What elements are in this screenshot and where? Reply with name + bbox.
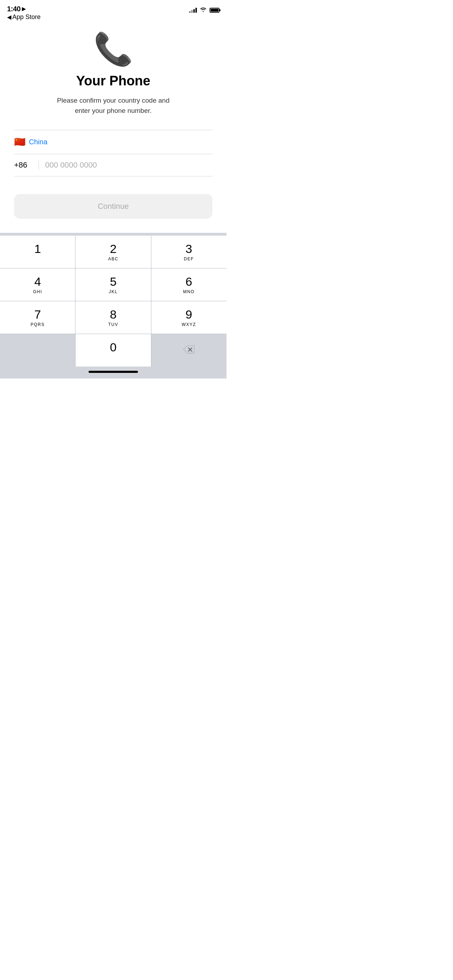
key-5-letters: JKL bbox=[109, 289, 118, 294]
status-bar: 1:40 ▶ ◀ App Store bbox=[0, 0, 227, 19]
key-3[interactable]: 3 DEF bbox=[151, 235, 227, 268]
key-5[interactable]: 5 JKL bbox=[75, 269, 151, 301]
country-selector[interactable]: 🇨🇳 China bbox=[14, 130, 212, 154]
status-time: 1:40 ▶ bbox=[7, 5, 41, 13]
key-9-letters: WXYZ bbox=[182, 322, 196, 327]
phone-illustration: 📞 bbox=[94, 33, 133, 65]
page-title: Your Phone bbox=[76, 73, 150, 89]
key-0-number: 0 bbox=[110, 341, 117, 354]
battery-fill bbox=[211, 9, 218, 12]
keyboard-grid: 1 2 ABC 3 DEF 4 GHI 5 JKL 6 MNO 7 PQRS bbox=[0, 235, 227, 366]
wifi-icon bbox=[200, 7, 207, 13]
key-0[interactable]: 0 bbox=[75, 334, 151, 366]
home-indicator bbox=[0, 366, 227, 379]
delete-icon bbox=[183, 345, 195, 356]
bottom-divider bbox=[14, 176, 212, 177]
key-8[interactable]: 8 TUV bbox=[75, 301, 151, 334]
phone-input-row: +86 bbox=[14, 154, 212, 176]
home-bar bbox=[89, 371, 138, 373]
key-2[interactable]: 2 ABC bbox=[75, 235, 151, 268]
key-0-letters bbox=[113, 355, 114, 360]
key-1[interactable]: 1 bbox=[0, 235, 75, 268]
time-label: 1:40 bbox=[7, 5, 21, 13]
page-subtitle: Please confirm your country code and ent… bbox=[53, 95, 173, 116]
key-4-number: 4 bbox=[34, 275, 41, 288]
key-8-number: 8 bbox=[110, 308, 117, 321]
key-4-letters: GHI bbox=[33, 289, 42, 294]
signal-bars-icon bbox=[189, 8, 197, 13]
key-7-number: 7 bbox=[34, 308, 41, 321]
key-8-letters: TUV bbox=[108, 322, 119, 327]
key-4[interactable]: 4 GHI bbox=[0, 269, 75, 301]
back-label: App Store bbox=[12, 13, 41, 21]
battery-icon bbox=[210, 8, 219, 13]
app-store-back-button[interactable]: ◀ App Store bbox=[7, 13, 41, 21]
country-code-label: +86 bbox=[14, 161, 39, 170]
key-delete[interactable] bbox=[151, 334, 227, 366]
key-3-letters: DEF bbox=[184, 256, 194, 261]
key-empty bbox=[0, 334, 75, 366]
key-3-number: 3 bbox=[186, 242, 192, 255]
key-6-letters: MNO bbox=[183, 289, 195, 294]
main-content: 📞 Your Phone Please confirm your country… bbox=[0, 19, 227, 219]
key-6-number: 6 bbox=[186, 275, 192, 288]
key-2-letters: ABC bbox=[108, 256, 118, 261]
key-6[interactable]: 6 MNO bbox=[151, 269, 227, 301]
numeric-keyboard: 1 2 ABC 3 DEF 4 GHI 5 JKL 6 MNO 7 PQRS bbox=[0, 233, 227, 379]
key-9-number: 9 bbox=[186, 308, 192, 321]
country-flag: 🇨🇳 bbox=[14, 137, 25, 148]
continue-button[interactable]: Continue bbox=[14, 194, 212, 219]
key-1-letters bbox=[37, 256, 38, 261]
key-7-letters: PQRS bbox=[31, 322, 45, 327]
key-5-number: 5 bbox=[110, 275, 117, 288]
key-1-number: 1 bbox=[34, 242, 41, 255]
phone-number-input[interactable] bbox=[39, 161, 212, 170]
status-left: 1:40 ▶ ◀ App Store bbox=[7, 5, 41, 21]
status-right bbox=[189, 5, 219, 13]
key-9[interactable]: 9 WXYZ bbox=[151, 301, 227, 334]
key-7[interactable]: 7 PQRS bbox=[0, 301, 75, 334]
chevron-left-icon: ◀ bbox=[7, 14, 11, 21]
key-2-number: 2 bbox=[110, 242, 117, 255]
phone-form: 🇨🇳 China +86 bbox=[14, 130, 212, 177]
location-icon: ▶ bbox=[22, 6, 26, 12]
country-name-label: China bbox=[29, 138, 47, 146]
